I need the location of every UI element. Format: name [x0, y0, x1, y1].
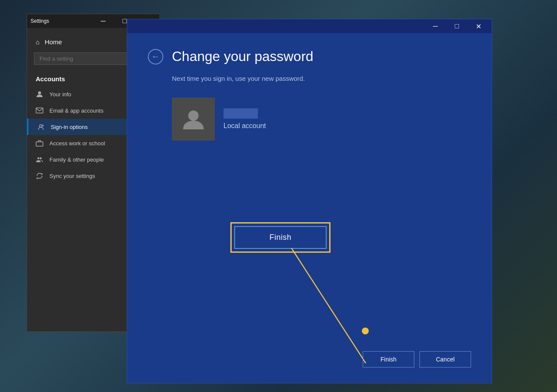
annotation-dot	[362, 328, 369, 334]
footer-cancel-button[interactable]: Cancel	[419, 351, 471, 368]
sync-icon	[36, 172, 43, 180]
your-info-label: Your info	[49, 91, 71, 98]
your-info-icon	[36, 90, 43, 98]
email-icon	[36, 107, 43, 114]
svg-point-5	[40, 157, 42, 159]
dialog-header: ← Change your password	[148, 49, 471, 64]
svg-rect-1	[36, 108, 43, 113]
svg-point-0	[38, 92, 41, 95]
finish-button-highlighted-wrapper: Finish	[230, 222, 331, 253]
email-accounts-label: Email & app accounts	[49, 107, 104, 114]
dialog-close-button[interactable]: ✕	[468, 19, 488, 33]
account-type-label: Local account	[223, 122, 266, 130]
sync-label: Sync your settings	[49, 173, 95, 179]
annotation-arrow	[127, 33, 492, 383]
svg-rect-3	[36, 142, 43, 146]
svg-line-7	[291, 248, 366, 363]
home-icon: ⌂	[36, 38, 40, 46]
finish-button-outer-highlight: Finish	[230, 222, 331, 253]
dialog-subtitle: Next time you sign in, use your new pass…	[172, 75, 471, 82]
dialog-title: Change your password	[172, 49, 313, 64]
svg-point-6	[188, 110, 199, 121]
dialog-footer: Finish Cancel	[363, 351, 471, 368]
work-icon	[36, 139, 43, 147]
dialog-titlebar-controls: ─ □ ✕	[425, 19, 488, 33]
sign-in-label: Sign-in options	[51, 124, 88, 130]
back-button[interactable]: ←	[148, 49, 163, 64]
dialog-minimize-button[interactable]: ─	[425, 19, 445, 33]
account-name-placeholder	[223, 108, 258, 119]
settings-window-title: Settings	[31, 18, 49, 24]
family-label: Family & other people	[49, 156, 104, 163]
work-school-label: Access work or school	[49, 140, 105, 147]
minimize-button[interactable]: ─	[93, 14, 113, 28]
sign-in-icon	[37, 123, 45, 131]
account-info: Local account	[223, 108, 266, 130]
dialog-titlebar: ─ □ ✕	[127, 19, 492, 33]
svg-point-4	[37, 157, 40, 159]
dialog-maximize-button[interactable]: □	[447, 19, 467, 33]
change-password-dialog: ─ □ ✕ ← Change your password Next time y…	[127, 19, 492, 383]
account-section: Local account	[172, 98, 471, 141]
home-label: Home	[45, 38, 62, 46]
family-icon	[36, 156, 43, 163]
footer-finish-button[interactable]: Finish	[363, 351, 414, 368]
finish-button-main[interactable]: Finish	[234, 226, 327, 249]
avatar	[172, 98, 215, 141]
avatar-icon	[181, 106, 206, 132]
svg-point-2	[40, 125, 42, 127]
dialog-body: ← Change your password Next time you sig…	[127, 33, 492, 383]
